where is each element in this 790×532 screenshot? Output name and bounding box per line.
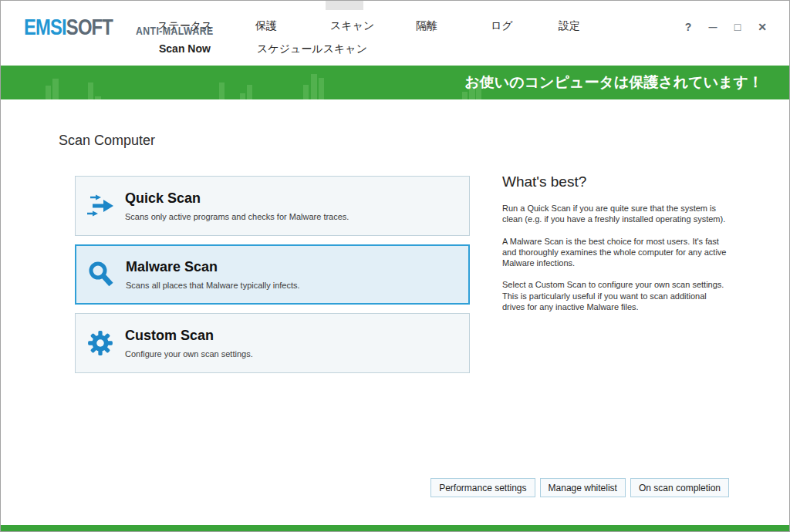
malware-scan-title: Malware Scan — [126, 259, 300, 275]
equalizer-bar — [311, 74, 317, 99]
info-paragraph-custom-scan: Select a Custom Scan to configure your o… — [502, 279, 731, 312]
tab-protection[interactable]: 保護 — [255, 19, 277, 33]
equalizer-bar — [46, 86, 51, 99]
quick-scan-description: Scans only active programs and checks fo… — [125, 212, 349, 221]
logo-part-soft: SOFT — [66, 15, 113, 39]
malware-scan-description: Scans all places that Malware typically … — [126, 281, 300, 290]
close-icon[interactable]: ✕ — [757, 21, 768, 33]
equalizer-bar — [462, 92, 468, 99]
tab-quarantine[interactable]: 隔離 — [416, 19, 437, 33]
equalizer-bar — [88, 82, 93, 99]
equalizer-bar — [247, 85, 252, 99]
tab-scan[interactable]: スキャン — [330, 19, 374, 33]
quick-scan-card[interactable]: Quick Scan Scans only active programs an… — [75, 176, 470, 236]
whats-best-panel: What's best? Run a Quick Scan if you are… — [502, 173, 731, 323]
malware-scan-card[interactable]: Malware Scan Scans all places that Malwa… — [75, 244, 470, 305]
equalizer-bar — [52, 79, 59, 99]
tab-status[interactable]: ステータス — [157, 19, 212, 33]
subtab-scan-now[interactable]: Scan Now — [159, 42, 211, 55]
whats-best-heading: What's best? — [502, 173, 731, 190]
help-icon[interactable]: ? — [683, 21, 694, 33]
gear-icon — [76, 329, 125, 357]
tab-settings[interactable]: 設定 — [559, 19, 580, 33]
minimize-icon[interactable]: — — [707, 21, 718, 33]
tab-logs[interactable]: ログ — [491, 19, 513, 33]
active-tab-marker — [326, 1, 363, 10]
custom-scan-card[interactable]: Custom Scan Configure your own scan sett… — [75, 313, 470, 373]
quick-scan-title: Quick Scan — [125, 190, 349, 207]
status-banner: お使いのコンピュータは保護されています！ — [1, 66, 789, 99]
info-paragraph-quick-scan: Run a Quick Scan if you are quite sure t… — [502, 203, 731, 225]
on-scan-completion-button[interactable]: On scan completion — [630, 478, 729, 497]
equalizer-bar — [95, 96, 101, 99]
subtab-scheduled-scan[interactable]: スケジュールスキャン — [257, 42, 367, 56]
maximize-icon[interactable]: □ — [732, 21, 743, 33]
window-controls: ? — □ ✕ — [683, 21, 768, 33]
footer-buttons: Performance settings Manage whitelist On… — [430, 478, 729, 497]
malware-scan-text: Malware Scan Scans all places that Malwa… — [126, 259, 300, 290]
logo-wordmark: EMSISOFT — [24, 16, 113, 39]
magnifier-icon — [76, 261, 126, 288]
custom-scan-text: Custom Scan Configure your own scan sett… — [125, 328, 253, 359]
quick-scan-text: Quick Scan Scans only active programs an… — [125, 190, 349, 221]
quick-scan-arrows-icon — [76, 193, 125, 219]
app-window: EMSISOFT ANTI-MALWARE ステータス 保護 スキャン 隔離 ロ… — [0, 0, 790, 532]
equalizer-bar — [303, 85, 309, 99]
logo-part-emsi: EMSI — [24, 15, 66, 39]
equalizer-bar — [219, 82, 225, 99]
header: EMSISOFT ANTI-MALWARE ステータス 保護 スキャン 隔離 ロ… — [1, 1, 789, 66]
equalizer-bar — [240, 93, 245, 99]
scan-options-list: Quick Scan Scans only active programs an… — [75, 176, 470, 382]
info-paragraph-malware-scan: A Malware Scan is the best choice for mo… — [502, 236, 731, 269]
custom-scan-title: Custom Scan — [125, 328, 253, 344]
equalizer-bar — [319, 78, 324, 99]
protection-status-message: お使いのコンピュータは保護されています！ — [464, 72, 763, 93]
custom-scan-description: Configure your own scan settings. — [125, 349, 253, 359]
manage-whitelist-button[interactable]: Manage whitelist — [540, 478, 626, 497]
performance-settings-button[interactable]: Performance settings — [430, 478, 535, 497]
bottom-accent-strip — [1, 525, 789, 531]
page-title: Scan Computer — [59, 133, 155, 149]
